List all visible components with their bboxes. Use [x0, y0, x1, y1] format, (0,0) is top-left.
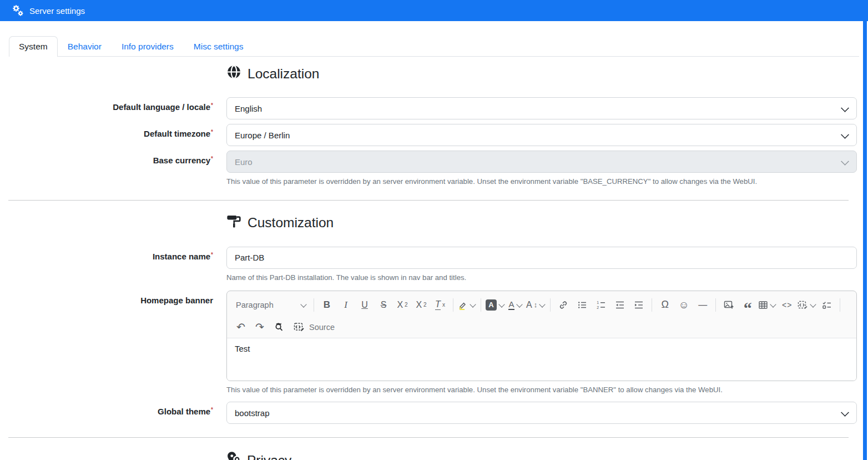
section-divider: [8, 437, 849, 438]
chevron-down-icon: [810, 301, 816, 307]
highlight-button[interactable]: [457, 297, 477, 313]
field-base-currency: Base currency* Euro This value of this p…: [0, 151, 857, 187]
default-language-select[interactable]: English: [226, 97, 857, 119]
svg-text:1: 1: [597, 301, 599, 304]
svg-text:2: 2: [597, 305, 599, 309]
section-title: Customization: [248, 215, 334, 231]
global-theme-select[interactable]: bootstrap: [226, 402, 857, 424]
required-marker: *: [211, 102, 213, 108]
chevron-down-icon: [841, 104, 850, 113]
selected-value: Europe / Berlin: [235, 131, 290, 140]
block-quote-button[interactable]: “: [738, 293, 757, 317]
toolbar-separator: [453, 298, 453, 312]
tab-system[interactable]: System: [9, 36, 58, 57]
section-title: Localization: [248, 66, 319, 82]
italic-button[interactable]: I: [336, 297, 355, 313]
chevron-down-icon: [770, 301, 776, 307]
tab-info-providers[interactable]: Info providers: [112, 36, 184, 57]
code-block-button[interactable]: [796, 297, 817, 313]
bulleted-list-button[interactable]: [573, 297, 592, 313]
chevron-down-icon: [841, 131, 850, 139]
field-label: Global theme*: [0, 402, 213, 424]
field-default-timezone: Default timezone* Europe / Berlin: [0, 124, 857, 146]
page-title: Server settings: [29, 6, 85, 16]
field-homepage-banner: Homepage banner Paragraph B I U S X2 X2 …: [0, 291, 857, 395]
strikethrough-button[interactable]: S: [374, 297, 393, 313]
field-label: Instance name*: [0, 247, 213, 283]
chevron-down-icon: [300, 301, 306, 307]
font-color-button[interactable]: A: [506, 297, 525, 313]
paragraph-style-value: Paragraph: [236, 301, 274, 309]
base-currency-select: Euro: [226, 151, 857, 173]
field-label: Default language / locale*: [0, 97, 213, 119]
emoji-button[interactable]: ☺: [674, 297, 693, 313]
paint-roller-icon: [226, 214, 241, 232]
horizontal-line-button[interactable]: —: [693, 297, 712, 313]
font-background-color-button[interactable]: A: [485, 297, 506, 313]
selected-value: Euro: [235, 157, 253, 167]
instance-name-input[interactable]: Part-DB: [226, 247, 857, 269]
find-and-replace-button[interactable]: [269, 319, 288, 336]
field-default-language: Default language / locale* English: [0, 97, 857, 119]
editor-content[interactable]: Test: [227, 338, 856, 381]
field-label: Homepage banner: [0, 291, 213, 395]
field-label: Default timezone*: [0, 124, 213, 146]
section-localization-header: Localization: [226, 64, 857, 83]
remove-format-button[interactable]: Tx: [431, 297, 450, 313]
bold-button[interactable]: B: [317, 297, 336, 313]
chevron-down-icon: [516, 301, 522, 307]
required-marker: *: [211, 129, 213, 135]
insert-image-button[interactable]: [719, 297, 738, 313]
required-marker: *: [211, 156, 213, 162]
tab-bar: System Behavior Info providers Misc sett…: [9, 33, 859, 57]
field-instance-name: Instance name* Part-DB Name of this Part…: [0, 247, 857, 283]
app-header: Server settings: [0, 0, 868, 21]
numbered-list-button[interactable]: 1 2: [592, 297, 610, 313]
redo-button[interactable]: ↷: [250, 319, 269, 336]
globe-icon: [226, 64, 241, 83]
section-title: Privacy: [247, 453, 291, 460]
subscript-button[interactable]: X2: [393, 297, 412, 313]
increase-indent-button[interactable]: [629, 297, 648, 313]
field-global-theme: Global theme* bootstrap: [0, 402, 857, 424]
link-button[interactable]: [554, 297, 573, 313]
special-characters-button[interactable]: Ω: [655, 297, 674, 313]
scrollbar[interactable]: [863, 0, 867, 460]
chevron-down-icon: [539, 301, 546, 307]
chevron-down-icon: [841, 157, 850, 166]
selected-value: English: [235, 104, 262, 113]
font-size-button[interactable]: A↕: [525, 297, 547, 313]
instance-name-help: Name of this Part-DB installation. The v…: [226, 273, 857, 283]
required-marker: *: [211, 407, 213, 413]
inline-code-button[interactable]: <>: [778, 297, 796, 313]
field-label: Base currency*: [0, 151, 213, 187]
source-editing-button[interactable]: Source: [292, 319, 336, 336]
homepage-banner-help: This value of this parameter is overridd…: [226, 385, 857, 395]
toolbar-separator: [840, 298, 840, 312]
tab-behavior[interactable]: Behavior: [58, 36, 112, 57]
selected-value: bootstrap: [235, 408, 270, 418]
chevron-down-icon: [470, 301, 476, 307]
section-privacy-header: Privacy: [226, 451, 857, 460]
toolbar-separator: [550, 298, 551, 312]
toolbar-separator: [481, 298, 481, 312]
section-divider: [8, 200, 849, 201]
paragraph-style-dropdown[interactable]: Paragraph: [231, 297, 310, 313]
todo-list-button[interactable]: [817, 297, 836, 313]
toolbar-separator: [314, 298, 314, 312]
source-label: Source: [309, 323, 335, 332]
undo-button[interactable]: ↶: [231, 319, 250, 336]
base-currency-help: This value of this parameter is overridd…: [226, 177, 857, 187]
underline-button[interactable]: U: [355, 297, 374, 313]
decrease-indent-button[interactable]: [610, 297, 629, 313]
superscript-button[interactable]: X2: [412, 297, 431, 313]
toolbar-separator: [652, 298, 652, 312]
editor-toolbar-row-1: Paragraph B I U S X2 X2 Tx: [227, 291, 856, 319]
default-timezone-select[interactable]: Europe / Berlin: [226, 124, 857, 146]
tab-misc-settings[interactable]: Misc settings: [184, 36, 254, 57]
editor-toolbar-row-2: ↶ ↷: [227, 319, 856, 338]
input-value: Part-DB: [235, 253, 264, 262]
required-marker: *: [211, 252, 213, 258]
insert-table-button[interactable]: [757, 297, 778, 313]
gears-icon: [11, 4, 24, 17]
